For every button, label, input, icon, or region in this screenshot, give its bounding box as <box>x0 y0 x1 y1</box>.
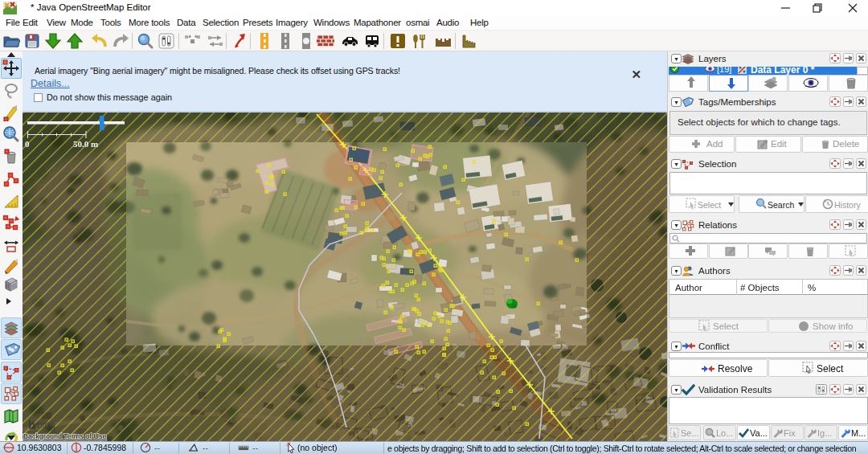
svg-text:b: b <box>28 418 35 432</box>
svg-text:0: 0 <box>25 139 30 149</box>
svg-text:bing: bing <box>37 419 55 431</box>
svg-text:Background Terms of Use: Background Terms of Use <box>23 432 106 440</box>
svg-text:50.0 m: 50.0 m <box>73 139 98 149</box>
